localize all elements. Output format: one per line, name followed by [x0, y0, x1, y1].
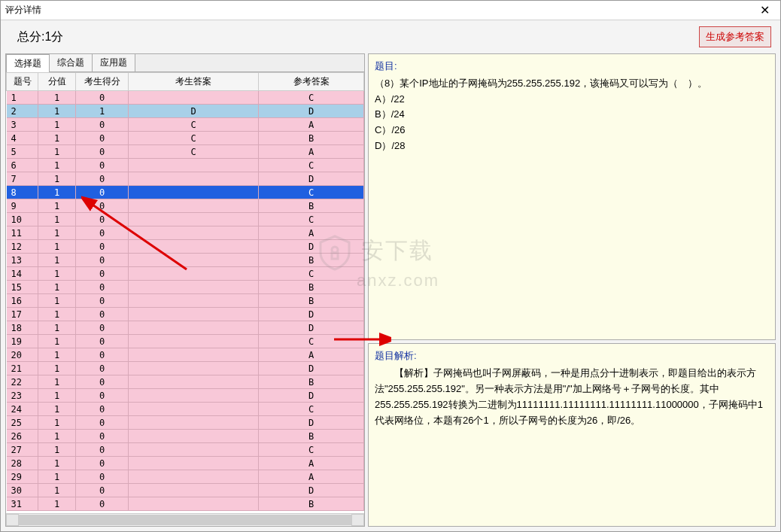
table-row[interactable]: 2410C — [7, 403, 364, 416]
cell-ref-answer: B — [259, 375, 364, 389]
cell-score: 0 — [76, 430, 129, 443]
cell-ref-answer: B — [259, 132, 364, 145]
table-row[interactable]: 710D — [7, 172, 364, 186]
col-header-value[interactable]: 分值 — [38, 73, 76, 91]
table-row[interactable]: 2610B — [7, 430, 364, 443]
option-c: C）/26 — [375, 123, 769, 138]
horizontal-scrollbar[interactable] — [6, 513, 364, 526]
cell-score: 0 — [76, 362, 129, 375]
table-row[interactable]: 2210B — [7, 375, 364, 389]
cell-num: 24 — [7, 403, 38, 416]
table-row[interactable]: 1410C — [7, 267, 364, 281]
cell-num: 7 — [7, 172, 38, 186]
table-row[interactable]: 1110A — [7, 226, 364, 240]
cell-num: 22 — [7, 375, 38, 389]
cell-score: 0 — [76, 497, 129, 511]
table-row[interactable]: 1510B — [7, 281, 364, 294]
table-row[interactable]: 510CA — [7, 145, 364, 159]
col-header-score[interactable]: 考生得分 — [76, 73, 129, 91]
cell-ref-answer: C — [259, 267, 364, 281]
total-score-label: 总分:1分 — [17, 29, 63, 45]
table-row[interactable]: 2810A — [7, 457, 364, 470]
cell-score: 0 — [76, 457, 129, 470]
tab-1[interactable]: 综合题 — [49, 53, 93, 71]
score-table: 题号 分值 考生得分 考生答案 参考答案 110C211DD310CA410CB… — [6, 72, 364, 511]
cell-ref-answer: D — [259, 105, 364, 118]
table-row[interactable]: 2110D — [7, 362, 364, 375]
generate-answer-button[interactable]: 生成参考答案 — [699, 26, 771, 47]
table-row[interactable]: 610C — [7, 159, 364, 172]
table-row[interactable]: 2010A — [7, 348, 364, 362]
col-header-ref-answer[interactable]: 参考答案 — [259, 73, 364, 91]
scroll-left-icon[interactable] — [6, 514, 19, 526]
cell-num: 20 — [7, 348, 38, 362]
table-row[interactable]: 2910A — [7, 470, 364, 484]
col-header-num[interactable]: 题号 — [7, 73, 38, 91]
cell-score: 0 — [76, 186, 129, 199]
tab-0[interactable]: 选择题 — [6, 54, 50, 72]
table-row[interactable]: 1910C — [7, 335, 364, 348]
cell-ref-answer: A — [259, 457, 364, 470]
cell-value: 1 — [38, 186, 76, 199]
table-row[interactable]: 3110B — [7, 497, 364, 511]
cell-ref-answer: A — [259, 470, 364, 484]
tab-bar: 选择题综合题应用题 — [6, 54, 364, 72]
table-row[interactable]: 1310B — [7, 254, 364, 267]
cell-score: 0 — [76, 226, 129, 240]
cell-score: 0 — [76, 240, 129, 254]
cell-ref-answer: D — [259, 308, 364, 321]
tab-2[interactable]: 应用题 — [92, 53, 135, 71]
cell-score: 0 — [76, 281, 129, 294]
cell-student-answer — [129, 484, 259, 497]
cell-num: 21 — [7, 362, 38, 375]
scroll-right-icon[interactable] — [351, 514, 364, 526]
score-table-wrap[interactable]: 题号 分值 考生得分 考生答案 参考答案 110C211DD310CA410CB… — [6, 72, 364, 513]
table-row[interactable]: 110C — [7, 91, 364, 105]
cell-score: 0 — [76, 321, 129, 335]
left-pane: 选择题综合题应用题 题号 分值 考生得分 考生答案 参考答案 — [5, 53, 365, 527]
analysis-body: 【解析】子网掩码也叫子网屏蔽码，一种是用点分十进制表示，即题目给出的表示方法"2… — [375, 366, 769, 428]
cell-value: 1 — [38, 254, 76, 267]
cell-num: 19 — [7, 335, 38, 348]
cell-ref-answer: A — [259, 145, 364, 159]
table-row[interactable]: 310CA — [7, 118, 364, 132]
cell-score: 0 — [76, 267, 129, 281]
table-row[interactable]: 2510D — [7, 416, 364, 430]
cell-score: 0 — [76, 308, 129, 321]
cell-value: 1 — [38, 484, 76, 497]
table-row[interactable]: 1610B — [7, 294, 364, 308]
col-header-student-answer[interactable]: 考生答案 — [129, 73, 259, 91]
table-row[interactable]: 2310D — [7, 389, 364, 403]
table-row[interactable]: 211DD — [7, 105, 364, 118]
cell-value: 1 — [38, 105, 76, 118]
cell-value: 1 — [38, 213, 76, 226]
cell-student-answer — [129, 308, 259, 321]
table-row[interactable]: 910B — [7, 199, 364, 213]
cell-ref-answer: C — [259, 443, 364, 457]
table-row[interactable]: 810C — [7, 186, 364, 199]
cell-value: 1 — [38, 132, 76, 145]
cell-value: 1 — [38, 294, 76, 308]
cell-score: 0 — [76, 91, 129, 105]
table-row[interactable]: 410CB — [7, 132, 364, 145]
cell-ref-answer: D — [259, 240, 364, 254]
table-row[interactable]: 1710D — [7, 308, 364, 321]
table-row[interactable]: 1010C — [7, 213, 364, 226]
cell-ref-answer: C — [259, 213, 364, 226]
cell-student-answer — [129, 389, 259, 403]
cell-value: 1 — [38, 416, 76, 430]
cell-ref-answer: B — [259, 199, 364, 213]
table-row[interactable]: 2710C — [7, 443, 364, 457]
table-row[interactable]: 3010D — [7, 484, 364, 497]
cell-ref-answer: C — [259, 335, 364, 348]
table-row[interactable]: 1810D — [7, 321, 364, 335]
cell-value: 1 — [38, 443, 76, 457]
question-stem: （8）某个IP地址的子网掩码为255.255.255.192，该掩码又可以写为（… — [375, 78, 707, 89]
cell-ref-answer: C — [259, 186, 364, 199]
cell-score: 0 — [76, 375, 129, 389]
cell-num: 18 — [7, 321, 38, 335]
scroll-thumb[interactable] — [19, 515, 351, 525]
close-icon[interactable]: ✕ — [755, 3, 774, 17]
cell-num: 25 — [7, 416, 38, 430]
table-row[interactable]: 1210D — [7, 240, 364, 254]
